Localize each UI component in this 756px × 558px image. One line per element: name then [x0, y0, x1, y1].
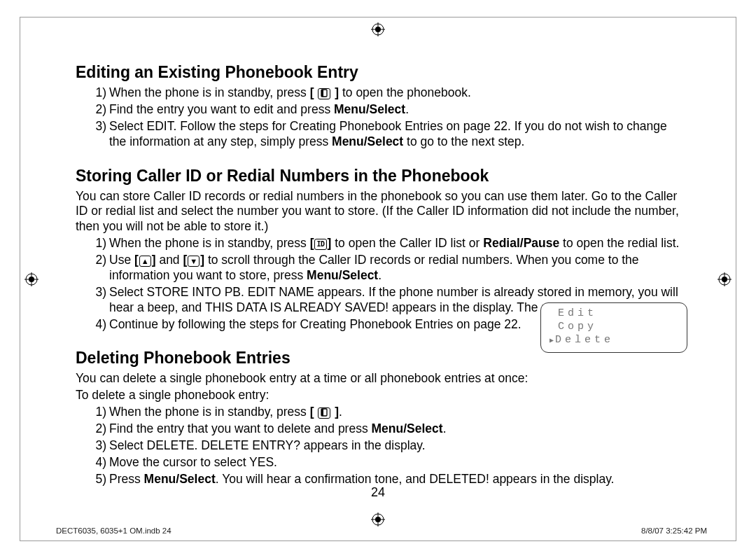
svg-point-3 — [375, 27, 381, 32]
lcd-line-delete: Delete — [550, 334, 678, 347]
list-item: 2) Find the entry you want to edit and p… — [92, 102, 685, 118]
step-text: Select DELETE. DELETE ENTRY? appears in … — [109, 438, 524, 454]
step-number: 2) — [92, 102, 109, 118]
key-label: [▼] — [183, 253, 204, 267]
section-deleting-entries: Deleting Phonebook Entries You can delet… — [76, 349, 685, 487]
svg-point-11 — [722, 277, 727, 282]
key-label: Menu/Select — [307, 268, 378, 282]
step-text: When the phone is in standby, press [ ]. — [109, 405, 524, 420]
list-item: 1) When the phone is in standby, press [… — [92, 405, 524, 420]
step-number: 4) — [92, 455, 109, 470]
svg-rect-19 — [321, 409, 323, 416]
list-item: 3) Select EDIT. Follow the steps for Cre… — [92, 119, 685, 150]
heading-storing-caller-id: Storing Caller ID or Redial Numbers in t… — [76, 167, 685, 186]
list-item: 2) Use [▲] and [▼] to scroll through the… — [92, 253, 685, 284]
key-label: Redial/Pause — [483, 236, 559, 250]
list-editing-steps: 1) When the phone is in standby, press [… — [76, 85, 685, 150]
step-text: Find the entry that you want to delete a… — [109, 421, 524, 437]
page-content: Editing an Existing Phonebook Entry 1) W… — [76, 63, 685, 504]
step-number: 3) — [92, 438, 109, 454]
registration-mark-bottom-icon — [371, 512, 385, 526]
svg-point-7 — [29, 277, 34, 282]
key-label: Menu/Select — [372, 421, 443, 435]
footer-timestamp: 8/8/07 3:25:42 PM — [641, 526, 707, 535]
lcd-line-edit: Edit — [550, 307, 678, 321]
step-number: 2) — [92, 253, 109, 268]
key-label: Menu/Select — [332, 134, 403, 148]
down-arrow-icon: ▼ — [188, 256, 200, 267]
step-text: Use [▲] and [▼] to scroll through the Ca… — [109, 253, 685, 284]
step-number: 2) — [92, 421, 109, 437]
key-label: Menu/Select — [144, 472, 216, 486]
step-text: Find the entry you want to edit and pres… — [109, 102, 685, 118]
step-number: 4) — [92, 317, 109, 333]
intro-text: You can store Caller ID records or redia… — [76, 189, 685, 235]
phonebook-icon — [318, 88, 330, 99]
step-text: When the phone is in standby, press [ ] … — [109, 85, 685, 101]
list-item: 1) When the phone is in standby, press [… — [92, 236, 685, 251]
svg-point-15 — [375, 517, 381, 522]
list-item: 3) Select DELETE. DELETE ENTRY? appears … — [92, 438, 524, 454]
registration-mark-left-icon — [24, 272, 38, 286]
lcd-screen-illustration: Edit Copy Delete — [540, 302, 687, 353]
step-text: Move the cursor to select YES. — [109, 455, 524, 470]
phonebook-icon — [318, 407, 330, 419]
step-number: 1) — [92, 405, 109, 420]
section-editing-entry: Editing an Existing Phonebook Entry 1) W… — [76, 63, 685, 150]
key-label: Menu/Select — [334, 102, 405, 116]
list-item: 1) When the phone is in standby, press [… — [92, 85, 685, 101]
step-number: 1) — [92, 85, 109, 101]
step-number: 3) — [92, 285, 109, 300]
key-label: [▲] — [134, 253, 156, 267]
registration-mark-top-icon — [371, 22, 385, 36]
key-label: [ ] — [310, 405, 339, 419]
step-number: 1) — [92, 236, 109, 251]
key-label: [ID] — [310, 236, 332, 250]
svg-rect-17 — [321, 90, 323, 97]
registration-mark-right-icon — [718, 272, 732, 286]
step-number: 3) — [92, 119, 109, 134]
step-text: Select EDIT. Follow the steps for Creati… — [109, 119, 685, 150]
footer-filename: DECT6035, 6035+1 OM.indb 24 — [56, 526, 172, 535]
heading-editing-entry: Editing an Existing Phonebook Entry — [76, 63, 685, 82]
intro-text: You can delete a single phonebook entry … — [76, 371, 685, 386]
list-deleting-steps: 1) When the phone is in standby, press [… — [76, 405, 524, 470]
step-text: When the phone is in standby, press [ID]… — [109, 236, 685, 251]
up-arrow-icon: ▲ — [139, 256, 151, 267]
caller-id-icon: ID — [314, 239, 326, 250]
page-number: 24 — [0, 485, 756, 500]
lcd-line-copy: Copy — [550, 321, 678, 334]
list-item: 4) Move the cursor to select YES. — [92, 455, 524, 470]
sub-intro-text: To delete a single phonebook entry: — [76, 388, 524, 403]
key-label: [ ] — [310, 85, 339, 99]
list-item: 2) Find the entry that you want to delet… — [92, 421, 524, 437]
